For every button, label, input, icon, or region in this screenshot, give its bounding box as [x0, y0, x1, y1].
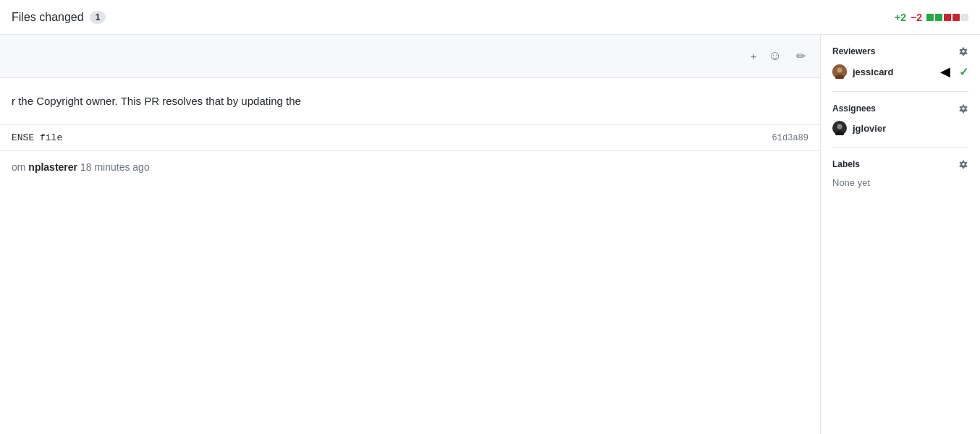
assignees-section: Assignees jglovier	[832, 103, 968, 148]
pr-description: r the Copyright owner. This PR resolves …	[0, 78, 820, 125]
file-commit-hash: 61d3a89	[772, 133, 808, 143]
assignee-row-jglovier: jglovier	[832, 121, 968, 135]
reviewer-avatar-jessicard	[832, 64, 847, 79]
svg-point-1	[837, 68, 842, 73]
commit-author[interactable]: nplasterer	[28, 161, 77, 173]
emoji-icon: ☺	[769, 48, 782, 64]
edit-icon: ✏	[796, 49, 806, 63]
files-changed-title: Files changed	[12, 11, 84, 24]
stat-additions: +2	[895, 12, 906, 23]
assignees-header: Assignees	[832, 103, 968, 114]
content-area: + ☺ ✏ r the Copyright owner. This PR res…	[0, 35, 821, 434]
gear-icon	[958, 159, 968, 169]
cursor-indicator: ◀	[940, 64, 950, 80]
reviewers-header: Reviewers	[832, 46, 968, 56]
files-changed-count: 1	[90, 11, 106, 24]
diff-block-4	[952, 14, 960, 21]
commit-prefix: om	[12, 161, 25, 173]
file-name: ENSE file	[12, 132, 62, 143]
emoji-button[interactable]: ☺	[766, 46, 785, 67]
edit-button[interactable]: ✏	[793, 46, 808, 66]
labels-header: Labels	[832, 159, 968, 169]
files-changed-header: Files changed 1 +2 −2	[0, 0, 980, 35]
reviewers-title: Reviewers	[832, 46, 875, 56]
gear-icon	[958, 103, 968, 114]
comment-box-area: + ☺ ✏	[0, 35, 820, 78]
gear-icon	[958, 46, 968, 56]
avatar-svg-jglovier	[832, 121, 847, 135]
pr-description-text: r the Copyright owner. This PR resolves …	[12, 95, 301, 107]
diff-block-3	[944, 14, 951, 21]
file-row: ENSE file 61d3a89	[0, 125, 820, 151]
diff-block-2	[935, 14, 942, 21]
assignees-gear-button[interactable]	[958, 103, 968, 114]
commit-suffix: 18 minutes ago	[80, 161, 150, 173]
files-changed-left: Files changed 1	[12, 11, 106, 24]
reviewer-row-jessicard: jessicard ◀ ✓	[832, 64, 968, 80]
avatar-svg-jessicard	[832, 64, 847, 79]
reviewers-gear-button[interactable]	[958, 46, 968, 56]
assignees-title: Assignees	[832, 103, 876, 114]
assignee-avatar-jglovier	[832, 121, 847, 135]
labels-none-yet: None yet	[832, 177, 870, 188]
reviewer-approved-icon: ✓	[959, 65, 968, 79]
labels-title: Labels	[832, 159, 860, 169]
commit-info-row: om nplasterer 18 minutes ago	[0, 151, 820, 183]
assignee-username-jglovier[interactable]: jglovier	[853, 123, 968, 134]
plus-emoji-label: +	[751, 50, 757, 62]
labels-section: Labels None yet	[832, 159, 968, 200]
svg-point-4	[837, 124, 842, 129]
stat-deletions: −2	[911, 12, 922, 23]
labels-gear-button[interactable]	[958, 159, 968, 169]
diff-block-5	[961, 14, 968, 21]
diff-bar	[926, 14, 968, 21]
diff-block-1	[926, 14, 934, 21]
files-changed-stats: +2 −2	[895, 12, 968, 23]
reviewers-section: Reviewers jessicard ◀	[832, 46, 968, 92]
main-layout: + ☺ ✏ r the Copyright owner. This PR res…	[0, 35, 980, 434]
reviewer-username-jessicard[interactable]: jessicard	[853, 67, 934, 77]
sidebar: Reviewers jessicard ◀	[821, 35, 980, 434]
